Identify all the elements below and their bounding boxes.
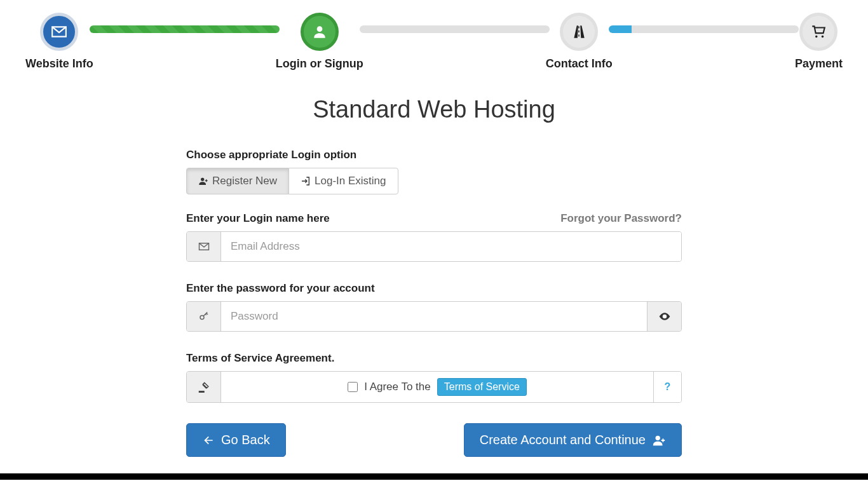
page-title: Standard Web Hosting	[0, 96, 868, 123]
user-plus-icon	[198, 176, 208, 186]
toggle-password-visibility[interactable]	[647, 302, 681, 331]
signup-form: Choose appropriate Login option Register…	[180, 149, 688, 470]
password-label: Enter the password for your account	[186, 282, 682, 295]
eye-icon	[658, 310, 671, 323]
terms-label: Terms of Service Agreement.	[186, 352, 682, 365]
login-existing-button[interactable]: Log-In Existing	[288, 168, 398, 194]
password-field[interactable]	[221, 302, 647, 331]
login-existing-label: Log-In Existing	[315, 175, 386, 187]
svg-rect-3	[579, 34, 580, 36]
password-input-group	[186, 301, 682, 332]
svg-point-9	[656, 435, 660, 440]
step-label: Payment	[795, 57, 843, 71]
login-option-label: Choose appropriate Login option	[186, 149, 682, 161]
register-new-label: Register New	[212, 175, 277, 187]
svg-rect-2	[579, 30, 580, 32]
step-website-info[interactable]: Website Info	[25, 13, 93, 71]
envelope-icon	[187, 232, 221, 261]
step-label: Login or Signup	[276, 57, 363, 71]
step-login-signup[interactable]: Login or Signup	[276, 13, 363, 71]
email-field[interactable]	[221, 232, 681, 261]
agree-text: I Agree To the	[364, 381, 431, 393]
forgot-password-link[interactable]: Forgot your Password?	[560, 212, 682, 225]
cart-icon	[799, 13, 837, 51]
email-input-group	[186, 231, 682, 262]
create-account-continue-button[interactable]: Create Account and Continue	[464, 423, 682, 457]
envelope-icon	[40, 13, 78, 51]
email-label: Enter your Login name here	[186, 212, 330, 225]
svg-point-8	[663, 315, 665, 317]
user-icon	[301, 13, 339, 51]
step-contact-info[interactable]: Contact Info	[546, 13, 613, 71]
terms-of-service-link[interactable]: Terms of Service	[437, 378, 527, 396]
svg-point-6	[201, 178, 204, 181]
go-back-label: Go Back	[221, 433, 270, 447]
gavel-icon	[187, 372, 221, 402]
svg-rect-1	[579, 26, 580, 28]
agree-checkbox[interactable]	[348, 382, 358, 392]
connector	[360, 25, 550, 33]
register-new-button[interactable]: Register New	[186, 168, 289, 194]
footer-bar	[0, 473, 868, 480]
step-label: Contact Info	[546, 57, 613, 71]
svg-point-0	[316, 26, 322, 32]
svg-point-7	[200, 316, 204, 320]
step-payment[interactable]: Payment	[795, 13, 843, 71]
terms-center: I Agree To the Terms of Service	[221, 372, 653, 402]
login-option-toggle: Register New Log-In Existing	[186, 168, 398, 194]
road-icon	[560, 13, 598, 51]
connector	[90, 25, 280, 33]
connector	[609, 25, 799, 33]
step-label: Website Info	[25, 57, 93, 71]
continue-label: Create Account and Continue	[480, 433, 646, 447]
svg-point-4	[815, 36, 817, 37]
terms-group: I Agree To the Terms of Service ?	[186, 371, 682, 403]
terms-help-button[interactable]: ?	[653, 372, 681, 402]
go-back-button[interactable]: Go Back	[186, 423, 286, 457]
progress-stepper: Website Info Login or Signup Contact Inf…	[0, 0, 868, 77]
form-actions: Go Back Create Account and Continue	[186, 423, 682, 457]
key-icon	[187, 302, 221, 331]
login-icon	[301, 176, 311, 186]
user-plus-icon	[652, 433, 666, 447]
arrow-left-icon	[202, 434, 215, 447]
svg-point-5	[822, 36, 824, 37]
